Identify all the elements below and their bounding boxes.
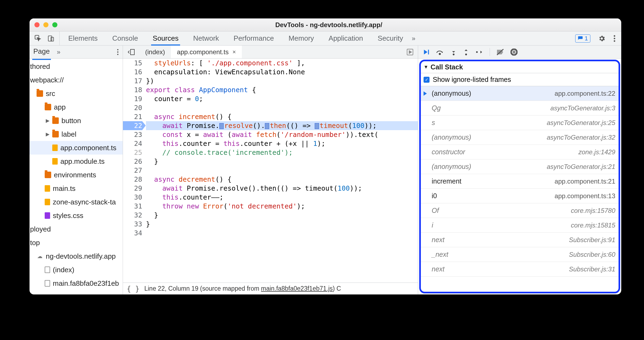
step-icon[interactable] (476, 49, 483, 55)
navigator-more-tabs-icon[interactable]: » (57, 48, 60, 56)
issues-badge[interactable]: 1 (575, 34, 590, 43)
run-snippet-icon[interactable] (402, 49, 418, 56)
call-stack-frame[interactable]: (anonymous)asyncToGenerator.js:32 (421, 130, 619, 145)
panel-tab-network[interactable]: Network (193, 31, 219, 45)
tree-item-label: label (61, 130, 76, 139)
source-map-link[interactable]: main.fa8bfa0e23f1eb71.js (261, 285, 333, 292)
call-stack-frame[interactable]: sasyncToGenerator.js:25 (421, 116, 619, 130)
navigator-menu-icon[interactable] (117, 49, 119, 56)
inspect-element-icon[interactable] (34, 35, 42, 42)
folder-icon (52, 117, 59, 124)
frame-location: Subscriber.js:60 (569, 251, 615, 258)
tree-item[interactable]: app.component.ts (30, 141, 123, 155)
call-stack-frame[interactable]: (anonymous)asyncToGenerator.js:21 (421, 159, 619, 174)
call-stack-frame[interactable]: nextSubscriber.js:91 (421, 233, 619, 247)
collapse-icon: ▼ (424, 64, 428, 70)
resume-icon[interactable] (422, 49, 430, 56)
tree-item-label: app.module.ts (60, 157, 105, 166)
traffic-lights (34, 22, 57, 27)
file-icon (45, 280, 50, 287)
tree-item-label: main.ts (53, 184, 76, 193)
file-icon (45, 199, 50, 205)
call-stack-frame[interactable]: QgasyncToGenerator.js:3 (421, 101, 619, 116)
close-window-button[interactable] (34, 22, 40, 27)
svg-point-5 (614, 40, 615, 42)
tree-item[interactable]: app (30, 100, 123, 114)
tree-item[interactable]: main.ts (30, 182, 123, 195)
minimize-window-button[interactable] (43, 22, 48, 27)
tree-item[interactable]: environments (30, 168, 123, 182)
file-history-icon[interactable] (123, 49, 139, 55)
more-options-icon[interactable] (613, 35, 616, 42)
tree-item[interactable]: ☁ng-devtools.netlify.app (30, 249, 123, 263)
svg-rect-17 (514, 50, 515, 53)
navigator-page-tab[interactable]: Page (33, 47, 50, 57)
tree-item[interactable]: main.fa8bfa0e23f1eb (30, 277, 123, 290)
maximize-window-button[interactable] (52, 22, 57, 27)
file-icon (52, 145, 58, 151)
editor-tab[interactable]: (index) (139, 46, 171, 58)
panel-tab-performance[interactable]: Performance (234, 31, 274, 45)
call-stack-frame[interactable]: incrementapp.component.ts:21 (421, 174, 619, 189)
tree-item[interactable]: app.module.ts (30, 155, 123, 168)
cursor-status: Line 22, Column 19 (source mapped from m… (144, 285, 341, 292)
tree-item[interactable]: src (30, 87, 123, 100)
frame-function: constructor (432, 148, 465, 156)
step-over-icon[interactable] (436, 49, 444, 56)
step-out-icon[interactable] (463, 49, 469, 56)
folder-icon (45, 104, 51, 110)
checkbox-checked-icon: ✓ (424, 77, 430, 83)
tree-item-label: ployed (30, 225, 51, 233)
show-ignore-listed-option[interactable]: ✓ Show ignore-listed frames (421, 73, 619, 86)
call-stack-frame[interactable]: Ofcore.mjs:15780 (421, 203, 619, 218)
frame-function: i (432, 221, 433, 229)
tree-item[interactable]: thored (30, 60, 123, 73)
tree-item[interactable]: (index) (30, 263, 123, 277)
tree-item[interactable]: styles.css (30, 209, 123, 222)
close-tab-icon[interactable]: × (232, 49, 236, 56)
call-stack-frame[interactable]: (anonymous)app.component.ts:22 (421, 86, 619, 101)
frame-function: _next (432, 251, 448, 258)
step-into-icon[interactable] (451, 49, 457, 56)
file-icon (45, 212, 50, 219)
frame-function: (anonymous) (432, 89, 471, 97)
panel-tab-sources[interactable]: Sources (153, 31, 178, 45)
panel-tab-elements[interactable]: Elements (68, 31, 97, 45)
pause-on-exceptions-icon[interactable] (510, 49, 518, 56)
code-editor[interactable]: 1516171819202122232425262728293031323334… (123, 59, 418, 283)
pretty-print-icon[interactable]: { } (127, 285, 139, 293)
tree-item[interactable]: zone-async-stack-ta (30, 195, 123, 209)
frame-location: app.component.ts:21 (555, 178, 615, 185)
call-stack-frame[interactable]: i0app.component.ts:13 (421, 189, 619, 203)
panel-tab-application[interactable]: Application (328, 31, 363, 45)
frame-function: (anonymous) (432, 163, 471, 171)
tree-item-label: zone-async-stack-ta (53, 198, 116, 206)
editor-tab[interactable]: app.component.ts× (171, 46, 242, 58)
panel-tab-security[interactable]: Security (378, 31, 403, 45)
call-stack-frame[interactable]: icore.mjs:15815 (421, 218, 619, 233)
call-stack-frame[interactable]: _nextSubscriber.js:60 (421, 247, 619, 262)
debugger-toolbar (418, 46, 621, 59)
more-tabs-icon[interactable]: » (412, 35, 415, 42)
settings-icon[interactable] (598, 35, 606, 42)
cloud-icon: ☁ (37, 253, 43, 259)
call-stack-frame[interactable]: nextSubscriber.js:31 (421, 262, 619, 277)
frame-location: core.mjs:15780 (571, 207, 615, 214)
issues-count: 1 (585, 35, 588, 42)
panel-tab-console[interactable]: Console (112, 31, 138, 45)
svg-point-12 (439, 53, 441, 54)
frame-function: (anonymous) (432, 133, 471, 141)
deactivate-breakpoints-icon[interactable] (496, 49, 504, 56)
frame-function: Qg (432, 104, 441, 112)
tree-item[interactable]: webpack:// (30, 73, 123, 87)
tree-item-label: styles.css (53, 211, 83, 220)
tree-item[interactable]: top (30, 236, 123, 249)
editor-tab-label: (index) (145, 48, 165, 56)
device-mode-icon[interactable] (47, 35, 54, 42)
call-stack-header[interactable]: ▼ Call Stack (421, 61, 619, 73)
tree-item[interactable]: ▶button (30, 114, 123, 127)
tree-item[interactable]: ▶label (30, 127, 123, 141)
call-stack-frame[interactable]: constructorzone.js:1429 (421, 145, 619, 159)
tree-item[interactable]: ployed (30, 222, 123, 236)
panel-tab-memory[interactable]: Memory (288, 31, 314, 45)
